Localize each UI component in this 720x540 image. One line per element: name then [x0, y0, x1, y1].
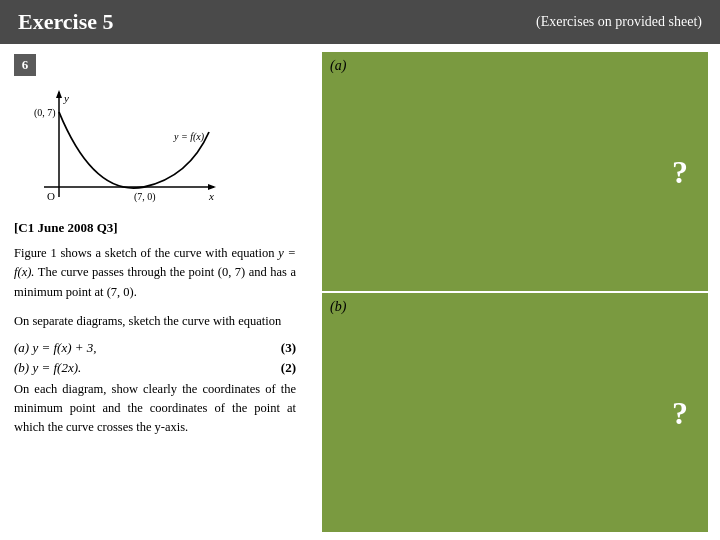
problem-text-1: Figure 1 shows a sketch of the curve wit… [14, 246, 278, 260]
main-content: 6 y x (0, 7) [0, 44, 720, 540]
question-mark-a: ? [672, 153, 688, 190]
question-mark-b: ? [672, 394, 688, 431]
equation-b-marks: (2) [281, 360, 296, 376]
header-subtitle: (Exercises on provided sheet) [536, 14, 702, 30]
svg-marker-2 [56, 90, 62, 98]
answer-section-b: (b) ? [322, 293, 708, 532]
section-b-label: (b) [322, 293, 708, 319]
svg-text:y: y [63, 92, 69, 104]
equation-b-row: (b) y = f(2x). (2) [14, 360, 296, 376]
right-panel: (a) ? (b) ? [310, 44, 720, 540]
source-label: [C1 June 2008 Q3] [14, 220, 296, 236]
graph-container: y x (0, 7) (7, 0) O y = f(x) [14, 82, 224, 212]
svg-text:y = f(x): y = f(x) [173, 131, 205, 143]
final-text: On each diagram, show clearly the coordi… [14, 380, 296, 438]
svg-text:O: O [47, 190, 55, 202]
left-panel: 6 y x (0, 7) [0, 44, 310, 540]
graph-svg: y x (0, 7) (7, 0) O y = f(x) [14, 82, 224, 212]
equation-a-label: (a) y = f(x) + 3, [14, 340, 97, 356]
section-a-label: (a) [322, 52, 708, 78]
question-number: 6 [14, 54, 36, 76]
header: Exercise 5 (Exercises on provided sheet) [0, 0, 720, 44]
problem-text: Figure 1 shows a sketch of the curve wit… [14, 244, 296, 302]
sub-text: On separate diagrams, sketch the curve w… [14, 312, 296, 331]
equation-a-marks: (3) [281, 340, 296, 356]
svg-text:x: x [208, 190, 214, 202]
svg-text:(7, 0): (7, 0) [134, 191, 156, 203]
problem-text-2: The curve passes through the point (0, 7… [14, 265, 296, 298]
equation-b-label: (b) y = f(2x). [14, 360, 81, 376]
svg-text:(0, 7): (0, 7) [34, 107, 56, 119]
equation-a-row: (a) y = f(x) + 3, (3) [14, 340, 296, 356]
answer-section-a: (a) ? [322, 52, 708, 293]
page-title: Exercise 5 [18, 9, 114, 35]
